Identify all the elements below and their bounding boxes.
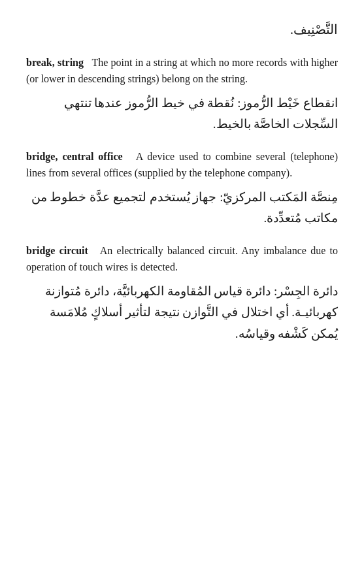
term-bridge-circuit: bridge circuit bbox=[26, 245, 88, 256]
entry-english-bridge-circuit: bridge circuit An electrically balanced … bbox=[26, 243, 338, 276]
term-bridge-central-office: bridge, central office bbox=[26, 151, 123, 162]
entry-english-break-string: break, string The point in a string at w… bbox=[26, 55, 338, 88]
entry-break-string: break, string The point in a string at w… bbox=[26, 55, 338, 135]
entry-arabic-bridge-circuit: دائرة الجِسْر: دائرة قياس المُقاومة الكه… bbox=[26, 281, 338, 344]
term-break-string: break, string bbox=[26, 57, 84, 68]
arabic-section-header: التَّصْنِيف. bbox=[26, 20, 338, 39]
page: التَّصْنِيف. break, string The point in … bbox=[0, 0, 364, 588]
entry-arabic-bridge-central-office: مِنصَّة المَكتب المركزيّ: جهاز يُستخدم ل… bbox=[26, 187, 338, 229]
entry-english-bridge-central-office: bridge, central office A device used to … bbox=[26, 149, 338, 182]
entry-arabic-break-string: انقطاع خَيْط الرُّموز: نُقطة في خيط الرُ… bbox=[26, 93, 338, 135]
entry-bridge-central-office: bridge, central office A device used to … bbox=[26, 149, 338, 229]
entry-bridge-circuit: bridge circuit An electrically balanced … bbox=[26, 243, 338, 344]
